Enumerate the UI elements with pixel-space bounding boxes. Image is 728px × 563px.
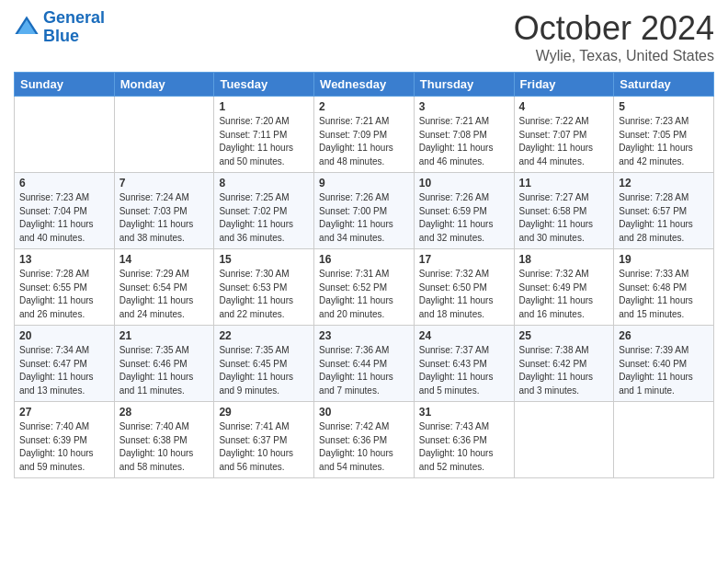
- calendar-cell: 27Sunrise: 7:40 AM Sunset: 6:39 PM Dayli…: [15, 402, 115, 478]
- calendar-cell: 7Sunrise: 7:24 AM Sunset: 7:03 PM Daylig…: [114, 173, 214, 249]
- calendar-cell: 24Sunrise: 7:37 AM Sunset: 6:43 PM Dayli…: [414, 326, 514, 402]
- day-info: Sunrise: 7:25 AM Sunset: 7:02 PM Dayligh…: [219, 191, 309, 245]
- calendar-cell: 3Sunrise: 7:21 AM Sunset: 7:08 PM Daylig…: [414, 97, 514, 173]
- col-header-monday: Monday: [114, 73, 214, 97]
- day-info: Sunrise: 7:38 AM Sunset: 6:42 PM Dayligh…: [519, 344, 609, 397]
- col-header-wednesday: Wednesday: [314, 73, 415, 97]
- day-number: 10: [419, 177, 509, 190]
- day-number: 15: [219, 253, 309, 266]
- day-info: Sunrise: 7:27 AM Sunset: 6:58 PM Dayligh…: [519, 191, 609, 245]
- day-info: Sunrise: 7:32 AM Sunset: 6:49 PM Dayligh…: [519, 268, 609, 321]
- day-info: Sunrise: 7:26 AM Sunset: 6:59 PM Dayligh…: [419, 191, 509, 245]
- day-info: Sunrise: 7:35 AM Sunset: 6:45 PM Dayligh…: [219, 344, 309, 397]
- day-number: 8: [219, 177, 309, 190]
- day-info: Sunrise: 7:28 AM Sunset: 6:57 PM Dayligh…: [619, 191, 709, 245]
- calendar-cell: 10Sunrise: 7:26 AM Sunset: 6:59 PM Dayli…: [414, 173, 514, 249]
- calendar-cell: 17Sunrise: 7:32 AM Sunset: 6:50 PM Dayli…: [414, 249, 514, 326]
- day-info: Sunrise: 7:28 AM Sunset: 6:55 PM Dayligh…: [19, 268, 109, 321]
- day-info: Sunrise: 7:26 AM Sunset: 7:00 PM Dayligh…: [319, 191, 409, 245]
- logo-text: General Blue: [43, 9, 105, 46]
- day-number: 2: [319, 100, 409, 113]
- calendar-cell: 6Sunrise: 7:23 AM Sunset: 7:04 PM Daylig…: [15, 173, 115, 249]
- calendar-cell: [614, 402, 714, 478]
- location: Wylie, Texas, United States: [514, 48, 714, 64]
- day-info: Sunrise: 7:21 AM Sunset: 7:08 PM Dayligh…: [419, 115, 509, 168]
- day-info: Sunrise: 7:21 AM Sunset: 7:09 PM Dayligh…: [319, 115, 409, 168]
- col-header-sunday: Sunday: [15, 73, 115, 97]
- calendar-cell: 11Sunrise: 7:27 AM Sunset: 6:58 PM Dayli…: [514, 173, 614, 249]
- header: General Blue October 2024 Wylie, Texas, …: [14, 9, 714, 64]
- calendar-cell: 4Sunrise: 7:22 AM Sunset: 7:07 PM Daylig…: [514, 97, 614, 173]
- day-number: 28: [119, 406, 210, 419]
- calendar-cell: 2Sunrise: 7:21 AM Sunset: 7:09 PM Daylig…: [314, 97, 415, 173]
- day-number: 13: [19, 253, 109, 266]
- day-info: Sunrise: 7:30 AM Sunset: 6:53 PM Dayligh…: [219, 268, 309, 321]
- day-info: Sunrise: 7:43 AM Sunset: 6:36 PM Dayligh…: [419, 420, 509, 474]
- day-info: Sunrise: 7:41 AM Sunset: 6:37 PM Dayligh…: [219, 420, 309, 474]
- day-number: 3: [419, 100, 509, 113]
- day-number: 30: [319, 406, 409, 419]
- week-row-4: 20Sunrise: 7:34 AM Sunset: 6:47 PM Dayli…: [15, 326, 714, 402]
- calendar-cell: 18Sunrise: 7:32 AM Sunset: 6:49 PM Dayli…: [514, 249, 614, 326]
- calendar-cell: 16Sunrise: 7:31 AM Sunset: 6:52 PM Dayli…: [314, 249, 415, 326]
- day-info: Sunrise: 7:32 AM Sunset: 6:50 PM Dayligh…: [419, 268, 509, 321]
- day-number: 25: [519, 329, 609, 342]
- day-number: 21: [119, 329, 210, 342]
- calendar-cell: 29Sunrise: 7:41 AM Sunset: 6:37 PM Dayli…: [214, 402, 314, 478]
- day-info: Sunrise: 7:34 AM Sunset: 6:47 PM Dayligh…: [19, 344, 109, 397]
- day-number: 24: [419, 329, 509, 342]
- day-number: 26: [619, 329, 709, 342]
- calendar-cell: [15, 97, 115, 173]
- day-info: Sunrise: 7:23 AM Sunset: 7:05 PM Dayligh…: [619, 115, 709, 168]
- day-number: 17: [419, 253, 509, 266]
- day-number: 6: [19, 177, 109, 190]
- day-number: 18: [519, 253, 609, 266]
- calendar-cell: 5Sunrise: 7:23 AM Sunset: 7:05 PM Daylig…: [614, 97, 714, 173]
- day-number: 27: [19, 406, 109, 419]
- calendar-cell: 26Sunrise: 7:39 AM Sunset: 6:40 PM Dayli…: [614, 326, 714, 402]
- day-info: Sunrise: 7:24 AM Sunset: 7:03 PM Dayligh…: [119, 191, 210, 245]
- day-number: 23: [319, 329, 409, 342]
- day-number: 9: [319, 177, 409, 190]
- month-title: October 2024: [514, 9, 714, 48]
- col-header-thursday: Thursday: [414, 73, 514, 97]
- page-container: General Blue October 2024 Wylie, Texas, …: [0, 0, 728, 488]
- calendar-header-row: SundayMondayTuesdayWednesdayThursdayFrid…: [15, 73, 714, 97]
- calendar-cell: 13Sunrise: 7:28 AM Sunset: 6:55 PM Dayli…: [15, 249, 115, 326]
- week-row-2: 6Sunrise: 7:23 AM Sunset: 7:04 PM Daylig…: [15, 173, 714, 249]
- day-info: Sunrise: 7:22 AM Sunset: 7:07 PM Dayligh…: [519, 115, 609, 168]
- calendar-cell: 12Sunrise: 7:28 AM Sunset: 6:57 PM Dayli…: [614, 173, 714, 249]
- day-info: Sunrise: 7:36 AM Sunset: 6:44 PM Dayligh…: [319, 344, 409, 397]
- logo-icon: [14, 15, 40, 40]
- day-number: 16: [319, 253, 409, 266]
- calendar-cell: 9Sunrise: 7:26 AM Sunset: 7:00 PM Daylig…: [314, 173, 415, 249]
- day-info: Sunrise: 7:37 AM Sunset: 6:43 PM Dayligh…: [419, 344, 509, 397]
- day-info: Sunrise: 7:20 AM Sunset: 7:11 PM Dayligh…: [219, 115, 309, 168]
- week-row-5: 27Sunrise: 7:40 AM Sunset: 6:39 PM Dayli…: [15, 402, 714, 478]
- day-number: 19: [619, 253, 709, 266]
- day-info: Sunrise: 7:29 AM Sunset: 6:54 PM Dayligh…: [119, 268, 210, 321]
- calendar-cell: 25Sunrise: 7:38 AM Sunset: 6:42 PM Dayli…: [514, 326, 614, 402]
- calendar-cell: 14Sunrise: 7:29 AM Sunset: 6:54 PM Dayli…: [114, 249, 214, 326]
- calendar-cell: [514, 402, 614, 478]
- week-row-3: 13Sunrise: 7:28 AM Sunset: 6:55 PM Dayli…: [15, 249, 714, 326]
- day-info: Sunrise: 7:33 AM Sunset: 6:48 PM Dayligh…: [619, 268, 709, 321]
- calendar-cell: [114, 97, 214, 173]
- day-info: Sunrise: 7:40 AM Sunset: 6:38 PM Dayligh…: [119, 420, 210, 474]
- day-number: 31: [419, 406, 509, 419]
- day-number: 4: [519, 100, 609, 113]
- calendar-cell: 20Sunrise: 7:34 AM Sunset: 6:47 PM Dayli…: [15, 326, 115, 402]
- day-number: 14: [119, 253, 210, 266]
- day-info: Sunrise: 7:23 AM Sunset: 7:04 PM Dayligh…: [19, 191, 109, 245]
- calendar-cell: 31Sunrise: 7:43 AM Sunset: 6:36 PM Dayli…: [414, 402, 514, 478]
- day-number: 11: [519, 177, 609, 190]
- day-number: 12: [619, 177, 709, 190]
- calendar-cell: 15Sunrise: 7:30 AM Sunset: 6:53 PM Dayli…: [214, 249, 314, 326]
- title-block: October 2024 Wylie, Texas, United States: [514, 9, 714, 64]
- day-info: Sunrise: 7:42 AM Sunset: 6:36 PM Dayligh…: [319, 420, 409, 474]
- day-number: 20: [19, 329, 109, 342]
- logo: General Blue: [14, 9, 105, 46]
- day-number: 22: [219, 329, 309, 342]
- calendar-cell: 30Sunrise: 7:42 AM Sunset: 6:36 PM Dayli…: [314, 402, 415, 478]
- week-row-1: 1Sunrise: 7:20 AM Sunset: 7:11 PM Daylig…: [15, 97, 714, 173]
